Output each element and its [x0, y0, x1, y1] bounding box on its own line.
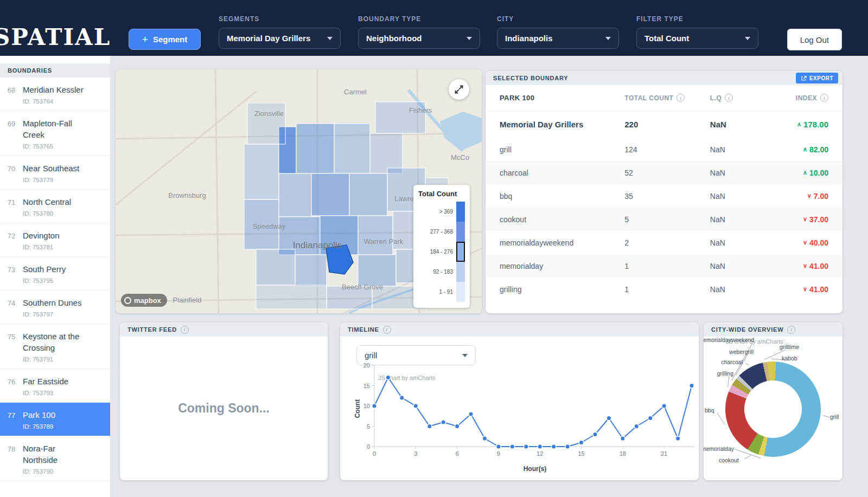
data-point	[427, 424, 432, 428]
map-expand-button[interactable]	[449, 79, 469, 100]
boundary-list-item[interactable]: 69Mapleton-Fall CreekID: 753765	[0, 111, 110, 156]
boundary-list-item[interactable]: 73South PerryID: 753795	[0, 257, 110, 291]
choropleth-region[interactable]	[244, 144, 279, 199]
boundary-list-item[interactable]: 76Far EastsideID: 753793	[0, 369, 110, 403]
choropleth-region[interactable]	[311, 173, 349, 216]
boundary-type-value: Neighborhood	[366, 34, 422, 43]
x-tick-label: 12	[537, 450, 543, 457]
chevron-down-icon	[605, 37, 611, 40]
boundary-list-item[interactable]: 71North CentralID: 753780	[0, 190, 110, 223]
boundary-list-item[interactable]: 68Meridian KesslerID: 753764	[0, 78, 110, 111]
x-tick-label: 15	[578, 450, 584, 457]
choropleth-region[interactable]	[279, 173, 311, 217]
choropleth-region[interactable]	[256, 285, 327, 309]
choropleth-region[interactable]	[349, 173, 387, 216]
boundary-type-label: BOUNDARY TYPE	[358, 15, 480, 23]
data-point	[538, 444, 542, 449]
caret-up-icon: ∧	[797, 121, 801, 127]
logout-button[interactable]: Log Out	[787, 29, 842, 50]
legend-range-label: 184 - 276	[418, 242, 456, 262]
info-icon[interactable]: i	[383, 326, 391, 334]
export-button[interactable]: EXPORT	[796, 73, 838, 83]
legend-row: > 369	[418, 202, 465, 222]
map-city-label: Carmel	[344, 88, 367, 96]
filter-type-select[interactable]: Total Count	[636, 28, 758, 49]
info-icon[interactable]: i	[787, 326, 795, 334]
chevron-down-icon	[467, 37, 472, 40]
data-point	[482, 436, 487, 441]
info-icon[interactable]: i	[181, 326, 189, 334]
legend-row: 1 - 91	[418, 282, 465, 302]
boundary-name: Far Eastside	[23, 376, 87, 387]
data-point	[413, 404, 418, 408]
legend-range-label: 92 - 183	[418, 262, 456, 282]
choropleth-region[interactable]	[296, 124, 334, 173]
choropleth-region[interactable]	[295, 255, 327, 286]
segments-dropdown-group: SEGMENTS Memorial Day Grillers	[219, 15, 341, 49]
expand-arrows-icon	[454, 84, 464, 95]
boundary-list-item[interactable]: 75Keystone at the CrossingID: 753791	[0, 324, 110, 369]
boundary-id: ID: 753780	[23, 210, 87, 217]
boundary-list-item[interactable]: 72DevingtonID: 753781	[0, 223, 110, 257]
boundaries-sidebar: BOUNDARIES 68Meridian KesslerID: 7537646…	[0, 56, 110, 497]
city-dropdown-group: CITY Indianapolis	[497, 15, 619, 49]
filter-type-value: Total Count	[644, 34, 689, 43]
donut-hole	[744, 380, 802, 438]
term-index: ∨37.00	[803, 215, 828, 224]
map-legend: Total Count > 369277 - 368184 - 27692 - …	[413, 185, 470, 308]
boundary-number: 75	[0, 331, 23, 363]
choropleth-region[interactable]	[334, 124, 370, 173]
map-panel[interactable]: CarmelFishersZionsvilleBrownsburgSpeedwa…	[116, 69, 482, 313]
timeline-term-value: grill	[365, 351, 377, 360]
boundary-number: 78	[0, 443, 23, 475]
legend-color-cell	[456, 262, 465, 282]
table-row: Memorial Day Grillers220NaN∧178.00	[486, 111, 843, 138]
city-select[interactable]: Indianapolis	[497, 28, 619, 49]
boundary-number: 73	[0, 263, 23, 284]
donut-slice-label: webergrill	[729, 348, 754, 355]
timeline-line-chart: 05101520036912151821JS chart by amCharts…	[353, 363, 699, 476]
legend-color-cell	[456, 202, 465, 222]
boundary-table: PARK 100 TOTAL COUNT i L.Q i INDEX i Mem…	[486, 85, 843, 301]
map-city-label: Zionsville	[254, 109, 284, 118]
spatial-dashboard: SPATIAL + Segment SEGMENTS Memorial Day …	[0, 0, 868, 497]
term-lq: NaN	[710, 215, 769, 224]
data-point	[551, 444, 556, 449]
boundary-list-item[interactable]: 74Southern DunesID: 753797	[0, 291, 110, 324]
choropleth-region[interactable]	[370, 133, 403, 173]
info-icon[interactable]: i	[676, 94, 685, 102]
choropleth-region[interactable]	[358, 255, 396, 286]
boundary-type-select[interactable]: Neighborhood	[358, 28, 480, 49]
boundary-id: ID: 753764	[23, 98, 87, 105]
selected-boundary-header: SELECTED BOUNDARY EXPORT	[486, 71, 843, 85]
term-lq: NaN	[710, 145, 769, 154]
donut-slice-label: grilling	[717, 370, 733, 377]
boundary-list-item[interactable]: 77Park 100ID: 753789	[0, 403, 110, 436]
y-tick-label: 20	[363, 363, 370, 369]
segments-select[interactable]: Memorial Day Grillers	[219, 28, 341, 49]
legend-rows: > 369277 - 368184 - 27692 - 1831 - 91	[418, 202, 465, 302]
boundary-list-item[interactable]: 78Nora-Far NorthsideID: 753790	[0, 436, 110, 481]
boundary-number: 68	[0, 84, 23, 105]
x-tick-label: 21	[661, 450, 667, 457]
y-tick-label: 5	[367, 423, 370, 430]
info-icon[interactable]: i	[725, 94, 733, 102]
boundary-number: 71	[0, 196, 23, 217]
boundary-list-item[interactable]: 70Near SoutheastID: 753779	[0, 156, 110, 190]
map-city-label: Lawre	[394, 195, 413, 203]
mapbox-logo[interactable]: mapbox	[121, 294, 167, 307]
map-city-label: Brownsburg	[168, 191, 206, 199]
term-lq: NaN	[710, 262, 769, 270]
boundaries-list: 68Meridian KesslerID: 75376469Mapleton-F…	[0, 78, 110, 481]
choropleth-region[interactable]	[256, 249, 295, 285]
data-point	[400, 396, 404, 400]
chevron-down-icon	[462, 354, 468, 357]
column-lq: L.Q i	[710, 94, 769, 102]
add-segment-button[interactable]: + Segment	[129, 29, 201, 50]
info-icon[interactable]: i	[820, 94, 828, 102]
choropleth-region[interactable]	[358, 216, 393, 255]
data-point	[634, 424, 639, 428]
data-point	[607, 416, 611, 420]
data-point	[662, 404, 666, 408]
data-point	[469, 412, 473, 416]
